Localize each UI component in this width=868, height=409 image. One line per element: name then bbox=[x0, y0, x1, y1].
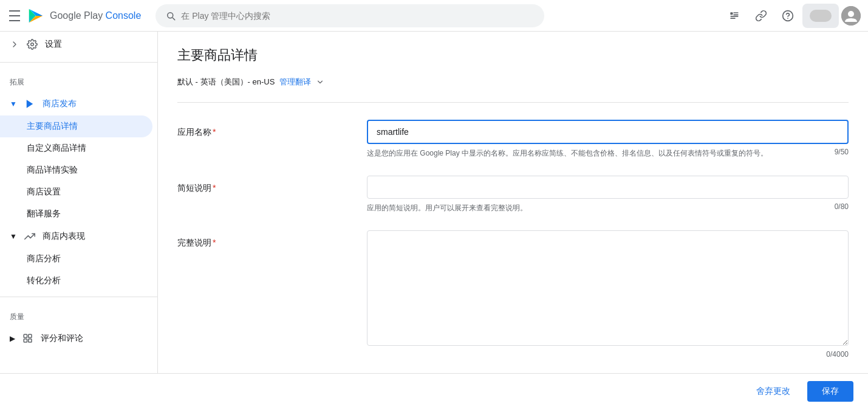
apps-icon[interactable] bbox=[802, 4, 839, 28]
svg-rect-13 bbox=[29, 339, 32, 342]
short-desc-field-col: 应用的简短说明。用户可以展开来查看完整说明。 0/80 bbox=[367, 176, 849, 213]
svg-rect-2 bbox=[733, 14, 738, 15]
full-desc-label-col: 完整说明* bbox=[177, 230, 347, 249]
store-publish-label: 商店发布 bbox=[43, 98, 77, 109]
short-desc-row: 简短说明* 应用的简短说明。用户可以展开来查看完整说明。 0/80 bbox=[177, 176, 849, 213]
svg-point-8 bbox=[848, 11, 854, 17]
save-button[interactable]: 保存 bbox=[807, 381, 853, 402]
search-bar[interactable] bbox=[155, 4, 544, 27]
full-desc-required: * bbox=[213, 238, 216, 247]
search-icon bbox=[165, 10, 176, 21]
bottom-bar: 舍弃更改 保存 bbox=[0, 373, 868, 409]
svg-rect-12 bbox=[29, 334, 32, 337]
sidebar-sub-item-custom-details[interactable]: 自定义商品详情 bbox=[0, 137, 157, 159]
svg-rect-11 bbox=[24, 339, 27, 342]
app-name-helper-area: 这是您的应用在 Google Play 中显示的名称。应用名称应简练、不能包含价… bbox=[367, 148, 849, 159]
short-desc-required: * bbox=[213, 183, 216, 193]
search-input[interactable] bbox=[181, 11, 535, 21]
settings-label: 设置 bbox=[45, 39, 62, 50]
logo-text: Google Play Console bbox=[50, 10, 141, 21]
chevron-down-icon-2: ▼ bbox=[10, 232, 17, 241]
sidebar-sub-item-translation[interactable]: 翻译服务 bbox=[0, 203, 157, 225]
sidebar-sub-item-store-analytics[interactable]: 商店分析 bbox=[0, 248, 157, 270]
svg-rect-0 bbox=[730, 12, 733, 15]
play-icon bbox=[24, 98, 35, 109]
app-name-row: 应用名称* 这是您的应用在 Google Play 中显示的名称。应用名称应简练… bbox=[177, 120, 849, 159]
svg-rect-4 bbox=[730, 18, 735, 19]
svg-point-6 bbox=[787, 18, 788, 19]
chevron-down-icon-translate[interactable] bbox=[316, 78, 324, 86]
short-desc-input[interactable] bbox=[367, 176, 849, 199]
chart-icon bbox=[24, 231, 35, 242]
quality-section-label: 质量 bbox=[0, 302, 157, 327]
manage-translate-link[interactable]: 管理翻译 bbox=[279, 77, 311, 88]
svg-rect-1 bbox=[733, 12, 738, 13]
chevron-down-icon: ▼ bbox=[10, 100, 17, 108]
full-desc-label: 完整说明* bbox=[177, 238, 216, 247]
expand-icon bbox=[10, 40, 19, 49]
page-title: 主要商品详情 bbox=[177, 46, 849, 64]
top-bar: Google Play Console bbox=[0, 0, 868, 32]
short-desc-helper-area: 应用的简短说明。用户可以展开来查看完整说明。 0/80 bbox=[367, 202, 849, 213]
content-area: 主要商品详情 默认 - 英语（美国）- en-US 管理翻译 应用名称* bbox=[158, 32, 868, 373]
full-desc-row: 完整说明* 0/4000 bbox=[177, 230, 849, 359]
ratings-icon bbox=[22, 333, 33, 344]
avatar[interactable] bbox=[841, 6, 861, 26]
menu-icon[interactable] bbox=[7, 9, 22, 23]
sidebar-item-store-publish[interactable]: ▼ 商店发布 bbox=[0, 92, 157, 115]
svg-rect-10 bbox=[24, 334, 27, 337]
sidebar-sub-item-store-settings[interactable]: 商店设置 bbox=[0, 181, 157, 203]
content-divider bbox=[177, 102, 849, 103]
app-name-field-col: 这是您的应用在 Google Play 中显示的名称。应用名称应简练、不能包含价… bbox=[367, 120, 849, 159]
sidebar: 设置 拓展 ▼ 商店发布 主要商品详情 自定义商品详情 商品详情实验 bbox=[0, 32, 158, 373]
full-desc-counter: 0/4000 bbox=[367, 350, 849, 359]
app-name-helper-text: 这是您的应用在 Google Play 中显示的名称。应用名称应简练、不能包含价… bbox=[367, 148, 830, 159]
play-logo-icon bbox=[27, 7, 45, 25]
svg-point-9 bbox=[31, 43, 34, 46]
sidebar-item-store-performance[interactable]: ▼ 商店内表现 bbox=[0, 225, 157, 248]
main-area: 设置 拓展 ▼ 商店发布 主要商品详情 自定义商品详情 商品详情实验 bbox=[0, 32, 868, 373]
sidebar-sub-item-main-details[interactable]: 主要商品详情 bbox=[0, 115, 152, 137]
sidebar-sub-item-experiments[interactable]: 商品详情实验 bbox=[0, 159, 157, 181]
sidebar-item-settings[interactable]: 设置 bbox=[0, 32, 157, 57]
svg-rect-3 bbox=[730, 16, 738, 17]
short-desc-counter: 0/80 bbox=[835, 202, 849, 211]
ratings-label: 评分和评论 bbox=[41, 333, 83, 344]
top-bar-actions bbox=[722, 4, 861, 28]
lang-default-text: 默认 - 英语（美国）- en-US bbox=[177, 77, 275, 88]
discard-button[interactable]: 舍弃更改 bbox=[747, 381, 800, 402]
app-name-label: 应用名称* bbox=[177, 127, 216, 137]
short-desc-label-col: 简短说明* bbox=[177, 176, 347, 194]
expand-section-label: 拓展 bbox=[0, 67, 157, 92]
sidebar-item-ratings[interactable]: ▶ 评分和评论 bbox=[0, 327, 157, 350]
app-name-label-col: 应用名称* bbox=[177, 120, 347, 138]
logo-area: Google Play Console bbox=[27, 7, 141, 25]
help-icon[interactable] bbox=[776, 4, 800, 28]
short-desc-helper-text: 应用的简短说明。用户可以展开来查看完整说明。 bbox=[367, 202, 830, 213]
app-name-required: * bbox=[213, 127, 216, 137]
full-desc-field-col: 0/4000 bbox=[367, 230, 849, 359]
app-name-counter: 9/50 bbox=[835, 148, 849, 156]
sidebar-sub-item-conversion-analytics[interactable]: 转化分析 bbox=[0, 270, 157, 292]
short-desc-label: 简短说明* bbox=[177, 183, 216, 193]
store-performance-label: 商店内表现 bbox=[43, 231, 85, 242]
lang-bar: 默认 - 英语（美国）- en-US 管理翻译 bbox=[177, 77, 849, 88]
sidebar-divider-2 bbox=[0, 297, 157, 297]
sidebar-divider-1 bbox=[0, 62, 157, 63]
gear-icon bbox=[27, 39, 38, 50]
chevron-right-icon: ▶ bbox=[10, 334, 15, 343]
app-name-input[interactable] bbox=[367, 120, 849, 144]
link-icon[interactable] bbox=[749, 4, 773, 28]
notifications-icon[interactable] bbox=[722, 4, 747, 28]
full-desc-textarea[interactable] bbox=[367, 230, 849, 346]
